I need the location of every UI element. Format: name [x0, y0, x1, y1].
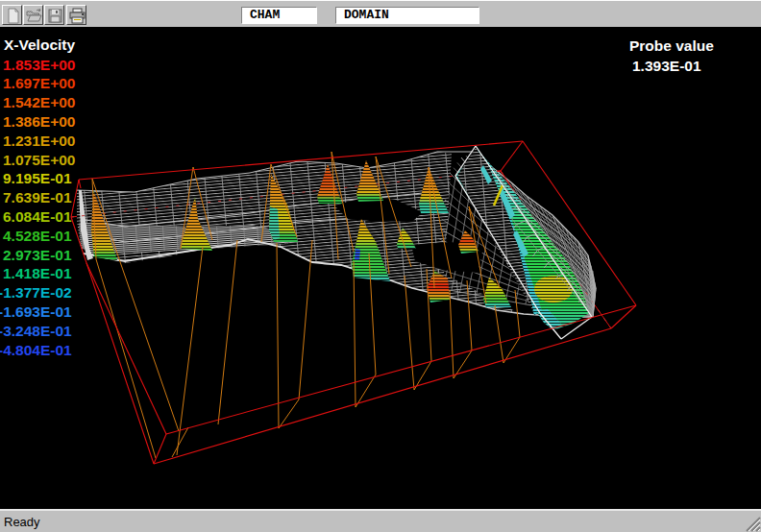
svg-text:1.853E+00: 1.853E+00 — [3, 57, 75, 73]
svg-text:Probe value: Probe value — [629, 37, 714, 54]
svg-text:9.195E-01: 9.195E-01 — [3, 170, 72, 186]
svg-text:-3.248E-01: -3.248E-01 — [0, 323, 72, 339]
svg-text:1.075E+00: 1.075E+00 — [3, 152, 75, 168]
svg-text:1.386E+00: 1.386E+00 — [3, 113, 75, 130]
svg-text:6.084E-01: 6.084E-01 — [3, 208, 72, 225]
svg-text:1.231E+00: 1.231E+00 — [3, 133, 75, 149]
svg-text:1.697E+00: 1.697E+00 — [3, 75, 75, 91]
svg-text:4.528E-01: 4.528E-01 — [3, 228, 72, 244]
svg-text:-1.693E-01: -1.693E-01 — [0, 303, 72, 320]
svg-text:-1.377E-02: -1.377E-02 — [0, 284, 72, 301]
svg-text:1.418E-01: 1.418E-01 — [3, 265, 72, 281]
svg-text:7.639E-01: 7.639E-01 — [3, 189, 72, 206]
svg-text:-4.804E-01: -4.804E-01 — [0, 342, 72, 358]
svg-text:1.393E-01: 1.393E-01 — [632, 58, 701, 74]
svg-text:1.542E+00: 1.542E+00 — [3, 94, 75, 110]
svg-text:2.973E-01: 2.973E-01 — [3, 247, 72, 263]
svg-text:X-Velocity: X-Velocity — [4, 36, 75, 53]
